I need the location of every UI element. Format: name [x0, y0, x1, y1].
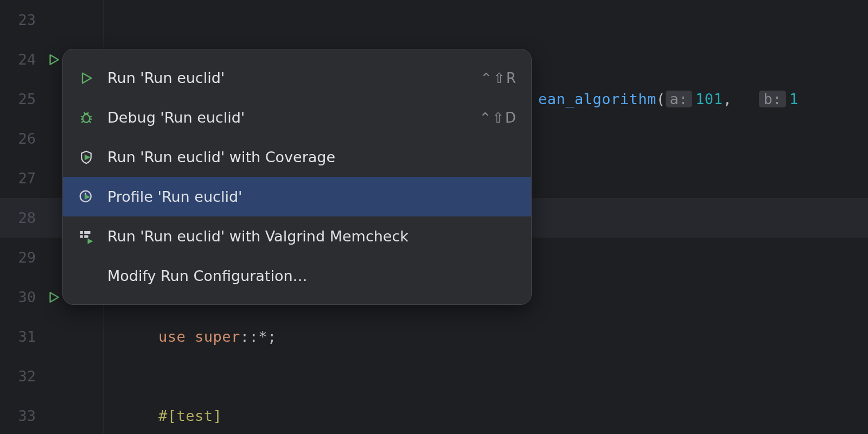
line-number: 24 — [3, 51, 36, 68]
gutter-row: 23 — [0, 0, 104, 40]
menu-label: Profile 'Run euclid' — [107, 188, 517, 205]
line-number: 30 — [3, 289, 36, 305]
svg-rect-3 — [84, 231, 90, 234]
run-context-menu: Run 'Run euclid' ⌃⇧R Debug 'Run euclid' … — [62, 49, 532, 305]
svg-rect-4 — [80, 235, 83, 238]
line-number: 31 — [3, 328, 36, 345]
menu-label: Run 'Run euclid' with Coverage — [107, 149, 517, 165]
svg-point-0 — [83, 114, 90, 122]
line-number: 25 — [3, 91, 36, 107]
line-number: 32 — [3, 368, 36, 385]
run-gutter-icon[interactable] — [44, 288, 63, 307]
code-line — [104, 356, 868, 396]
line-number: 33 — [3, 407, 36, 424]
menu-item-profile[interactable]: Profile 'Run euclid' — [63, 177, 531, 216]
gutter-row: 31 — [0, 317, 104, 356]
line-number: 27 — [3, 170, 36, 187]
run-icon — [77, 69, 95, 87]
gutter-row: 32 — [0, 356, 104, 396]
menu-item-debug[interactable]: Debug 'Run euclid' ⌃⇧D — [63, 98, 531, 137]
svg-rect-2 — [80, 231, 83, 234]
menu-item-valgrind[interactable]: Run 'Run euclid' with Valgrind Memcheck — [63, 216, 531, 256]
shield-run-icon — [77, 148, 95, 167]
line-number: 29 — [3, 249, 36, 266]
menu-item-coverage[interactable]: Run 'Run euclid' with Coverage — [63, 137, 531, 177]
valgrind-icon — [77, 227, 95, 246]
menu-label: Debug 'Run euclid' — [107, 109, 468, 126]
run-gutter-icon[interactable] — [44, 50, 63, 69]
bug-icon — [77, 108, 95, 127]
line-number: 28 — [3, 209, 36, 226]
menu-label: Modify Run Configuration… — [107, 267, 517, 284]
svg-rect-5 — [84, 235, 88, 238]
clock-run-icon — [77, 188, 95, 206]
code-line: #[test] — [104, 396, 868, 434]
line-number: 26 — [3, 130, 36, 147]
menu-label: Run 'Run euclid' with Valgrind Memcheck — [107, 228, 517, 245]
blank-icon — [77, 267, 95, 285]
code-line — [104, 0, 868, 40]
gutter-row: 33 — [0, 396, 104, 434]
line-number: 23 — [3, 11, 36, 28]
menu-item-modify-config[interactable]: Modify Run Configuration… — [63, 256, 531, 296]
menu-item-run[interactable]: Run 'Run euclid' ⌃⇧R — [63, 58, 531, 98]
menu-shortcut: ⌃⇧D — [479, 110, 517, 126]
menu-shortcut: ⌃⇧R — [480, 70, 517, 86]
menu-label: Run 'Run euclid' — [107, 69, 469, 86]
code-line: use super::*; — [104, 317, 868, 356]
